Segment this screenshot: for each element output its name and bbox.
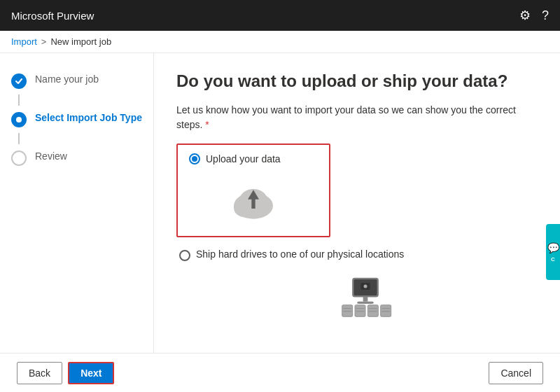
settings-icon[interactable]: ⚙ <box>519 8 531 23</box>
step-indicator-1 <box>11 74 27 89</box>
step-indicator-3 <box>11 150 27 166</box>
breadcrumb-parent[interactable]: Import <box>11 36 37 47</box>
step-indicator-2 <box>11 112 27 127</box>
svg-point-24 <box>364 285 368 288</box>
back-button[interactable]: Back <box>17 362 62 384</box>
step-label-3: Review <box>35 150 67 164</box>
svg-point-0 <box>16 117 22 122</box>
upload-option-row: Upload your data <box>189 153 318 164</box>
page-heading: Do you want to upload or ship your data? <box>176 70 538 92</box>
app-header: Microsoft Purview ⚙ ? <box>0 0 560 31</box>
sidebar-step-select-type[interactable]: Select Import Job Type <box>0 106 153 133</box>
svg-rect-14 <box>381 305 391 317</box>
cloud-upload-icon-container <box>189 170 318 227</box>
step-label-1: Name your job <box>35 73 99 87</box>
teal-icon-1: 💬 <box>547 242 559 253</box>
teal-icon-2: C <box>551 256 555 262</box>
step-connector-2 <box>18 133 20 144</box>
upload-option-card[interactable]: Upload your data <box>176 144 330 237</box>
content-area: Do you want to upload or ship your data?… <box>154 53 560 389</box>
breadcrumb-separator: > <box>41 36 47 47</box>
breadcrumb-current: New import job <box>50 36 111 47</box>
server-icon <box>330 272 400 321</box>
step-connector-1 <box>18 94 20 106</box>
help-icon[interactable]: ? <box>542 8 549 23</box>
teal-sidebar-bar[interactable]: 💬 C <box>546 224 560 280</box>
svg-rect-9 <box>363 297 368 302</box>
sidebar: Name your job Select Import Job Type Rev… <box>0 53 154 389</box>
footer: Back Next Cancel <box>0 353 560 392</box>
upload-label: Upload your data <box>206 153 281 164</box>
app-title: Microsoft Purview <box>11 10 94 22</box>
svg-rect-11 <box>342 305 353 317</box>
cancel-button[interactable]: Cancel <box>489 362 543 384</box>
ship-radio[interactable] <box>179 250 190 261</box>
ship-option-row: Ship hard drives to one of our physical … <box>176 248 538 261</box>
svg-rect-12 <box>355 305 365 317</box>
upload-radio[interactable] <box>189 153 200 164</box>
ship-label: Ship hard drives to one of our physical … <box>196 248 404 260</box>
svg-rect-13 <box>368 305 378 317</box>
svg-rect-10 <box>357 302 373 304</box>
description: Let us know how you want to import your … <box>176 103 538 132</box>
sidebar-step-review[interactable]: Review <box>0 144 153 172</box>
ship-option-area: Ship hard drives to one of our physical … <box>176 248 538 324</box>
breadcrumb: Import > New import job <box>0 31 560 53</box>
sidebar-step-name-job[interactable]: Name your job <box>0 67 153 94</box>
main-layout: Name your job Select Import Job Type Rev… <box>0 53 560 389</box>
required-marker: * <box>205 119 209 130</box>
next-button[interactable]: Next <box>68 362 114 384</box>
cloud-upload-icon <box>225 176 281 225</box>
server-icon-container <box>193 267 538 324</box>
header-icons: ⚙ ? <box>519 8 549 23</box>
step-label-2: Select Import Job Type <box>35 111 142 125</box>
